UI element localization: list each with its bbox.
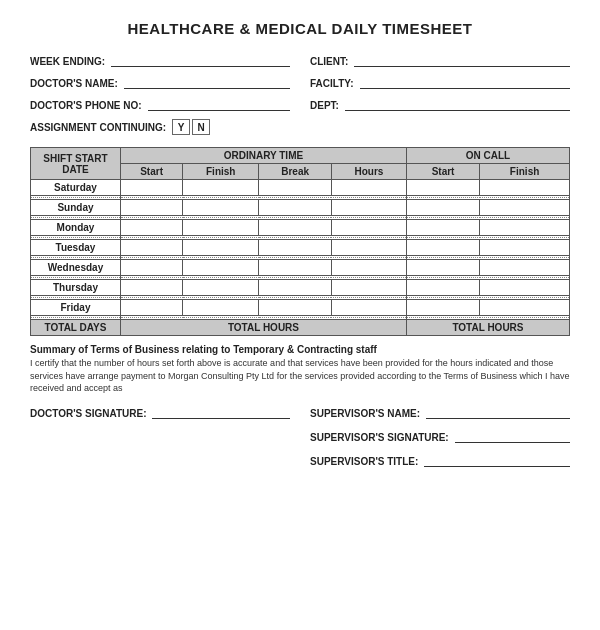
page-title: HEALTHCARE & MEDICAL DAILY TIMESHEET <box>30 20 570 37</box>
hours-cell[interactable] <box>331 220 406 236</box>
client-label: CLIENT: <box>310 56 348 67</box>
timesheet-table: SHIFT START DATE ORDINARY TIME ON CALL S… <box>30 147 570 336</box>
form-row-2: DOCTOR'S NAME: FACILTY: <box>30 75 570 89</box>
table-row: Thursday <box>31 280 570 296</box>
col-oncall-finish: Finish <box>480 164 570 180</box>
hours-cell[interactable] <box>331 260 406 276</box>
dept-label: DEPT: <box>310 100 339 111</box>
hours-cell[interactable] <box>331 300 406 316</box>
form-row-1: WEEK ENDING: CLIENT: <box>30 53 570 67</box>
oncall-finish-cell[interactable] <box>480 220 570 236</box>
start-cell[interactable] <box>121 220 183 236</box>
day-label: Monday <box>31 220 121 236</box>
supervisor-title-line[interactable] <box>424 453 570 467</box>
hours-cell[interactable] <box>331 280 406 296</box>
oncall-start-cell[interactable] <box>406 300 479 316</box>
break-cell[interactable] <box>259 240 332 256</box>
start-cell[interactable] <box>121 300 183 316</box>
oncall-finish-cell[interactable] <box>480 260 570 276</box>
facility-label: FACILTY: <box>310 78 354 89</box>
sig-row-3: SUPERVISOR'S TITLE: <box>30 453 570 467</box>
phone-field: DOCTOR'S PHONE NO: <box>30 97 290 111</box>
oncall-start-cell[interactable] <box>406 240 479 256</box>
header-oncall: ON CALL <box>406 148 569 164</box>
finish-cell[interactable] <box>183 260 259 276</box>
finish-cell[interactable] <box>183 200 259 216</box>
start-cell[interactable] <box>121 280 183 296</box>
oncall-finish-cell[interactable] <box>480 180 570 196</box>
table-row: Saturday <box>31 180 570 196</box>
dept-field: DEPT: <box>310 97 570 111</box>
day-label: Friday <box>31 300 121 316</box>
sig-row-2: SUPERVISOR'S SIGNATURE: <box>30 429 570 443</box>
supervisor-sig-line[interactable] <box>455 429 570 443</box>
phone-input[interactable] <box>148 97 290 111</box>
yn-y-box[interactable]: Y <box>172 119 190 135</box>
oncall-finish-cell[interactable] <box>480 200 570 216</box>
start-cell[interactable] <box>121 260 183 276</box>
day-label: Tuesday <box>31 240 121 256</box>
finish-cell[interactable] <box>183 280 259 296</box>
finish-cell[interactable] <box>183 300 259 316</box>
client-field: CLIENT: <box>310 53 570 67</box>
doctors-name-label: DOCTOR'S NAME: <box>30 78 118 89</box>
doctors-name-input[interactable] <box>124 75 290 89</box>
break-cell[interactable] <box>259 200 332 216</box>
yn-n-box[interactable]: N <box>192 119 210 135</box>
facility-input[interactable] <box>360 75 570 89</box>
total-hours-label: TOTAL HOURS <box>121 320 407 336</box>
oncall-start-cell[interactable] <box>406 260 479 276</box>
phone-label: DOCTOR'S PHONE NO: <box>30 100 142 111</box>
table-row: Sunday <box>31 200 570 216</box>
start-cell[interactable] <box>121 180 183 196</box>
col-start: Start <box>121 164 183 180</box>
break-cell[interactable] <box>259 220 332 236</box>
finish-cell[interactable] <box>183 220 259 236</box>
start-cell[interactable] <box>121 240 183 256</box>
doctor-sig-line[interactable] <box>152 405 290 419</box>
oncall-finish-cell[interactable] <box>480 300 570 316</box>
break-cell[interactable] <box>259 300 332 316</box>
week-ending-label: WEEK ENDING: <box>30 56 105 67</box>
break-cell[interactable] <box>259 180 332 196</box>
supervisor-name-line[interactable] <box>426 405 570 419</box>
hours-cell[interactable] <box>331 200 406 216</box>
header-ordinary: ORDINARY TIME <box>121 148 407 164</box>
day-label: Sunday <box>31 200 121 216</box>
oncall-finish-cell[interactable] <box>480 240 570 256</box>
summary-title: Summary of Terms of Business relating to… <box>30 344 570 355</box>
hours-cell[interactable] <box>331 180 406 196</box>
col-break: Break <box>259 164 332 180</box>
day-label: Wednesday <box>31 260 121 276</box>
break-cell[interactable] <box>259 260 332 276</box>
table-row: Friday <box>31 300 570 316</box>
form-section: WEEK ENDING: CLIENT: DOCTOR'S NAME: FACI… <box>30 53 570 135</box>
oncall-start-cell[interactable] <box>406 220 479 236</box>
oncall-start-cell[interactable] <box>406 200 479 216</box>
col-oncall-start: Start <box>406 164 479 180</box>
oncall-start-cell[interactable] <box>406 280 479 296</box>
form-row-3: DOCTOR'S PHONE NO: DEPT: <box>30 97 570 111</box>
week-ending-input[interactable] <box>111 53 290 67</box>
supervisor-title-field: SUPERVISOR'S TITLE: <box>310 453 570 467</box>
dept-input[interactable] <box>345 97 570 111</box>
table-row: Tuesday <box>31 240 570 256</box>
table-row: Monday <box>31 220 570 236</box>
supervisor-title-label: SUPERVISOR'S TITLE: <box>310 456 418 467</box>
client-input[interactable] <box>354 53 570 67</box>
hours-cell[interactable] <box>331 240 406 256</box>
supervisor-sig-field: SUPERVISOR'S SIGNATURE: <box>310 429 570 443</box>
sig-row-1: DOCTOR'S SIGNATURE: SUPERVISOR'S NAME: <box>30 405 570 419</box>
break-cell[interactable] <box>259 280 332 296</box>
supervisor-sig-label: SUPERVISOR'S SIGNATURE: <box>310 432 449 443</box>
oncall-finish-cell[interactable] <box>480 280 570 296</box>
day-label: Saturday <box>31 180 121 196</box>
assignment-row: ASSIGNMENT CONTINUING: Y N <box>30 119 570 135</box>
start-cell[interactable] <box>121 200 183 216</box>
finish-cell[interactable] <box>183 240 259 256</box>
oncall-start-cell[interactable] <box>406 180 479 196</box>
finish-cell[interactable] <box>183 180 259 196</box>
summary-section: Summary of Terms of Business relating to… <box>30 344 570 395</box>
doctors-name-field: DOCTOR'S NAME: <box>30 75 290 89</box>
col-finish: Finish <box>183 164 259 180</box>
